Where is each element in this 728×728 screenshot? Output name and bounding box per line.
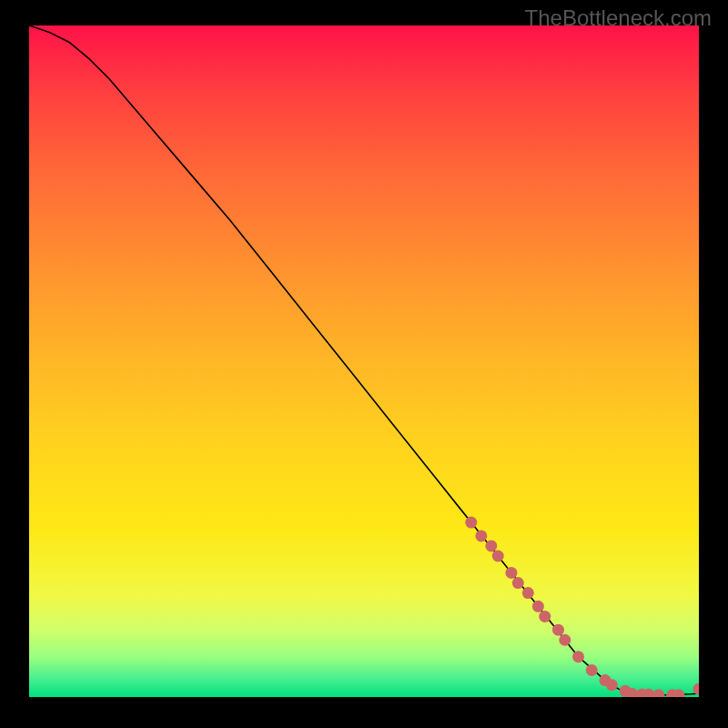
data-point	[586, 664, 598, 676]
data-point	[465, 517, 477, 529]
curve-line	[29, 25, 699, 695]
data-point	[693, 683, 700, 695]
data-point	[505, 567, 517, 579]
data-point	[539, 611, 551, 622]
data-point	[572, 651, 584, 662]
data-point	[652, 689, 664, 697]
data-point	[492, 551, 504, 562]
data-point	[606, 679, 618, 691]
chart-plot-area	[29, 25, 699, 697]
data-point	[552, 624, 564, 636]
data-point	[512, 577, 524, 589]
highlighted-points	[465, 517, 699, 697]
attribution-text: TheBottleneck.com	[525, 5, 712, 31]
data-point	[559, 634, 571, 646]
data-point	[532, 601, 544, 612]
data-point	[522, 587, 534, 599]
data-point	[485, 540, 497, 551]
chart-svg	[29, 25, 699, 697]
data-point	[475, 530, 487, 541]
